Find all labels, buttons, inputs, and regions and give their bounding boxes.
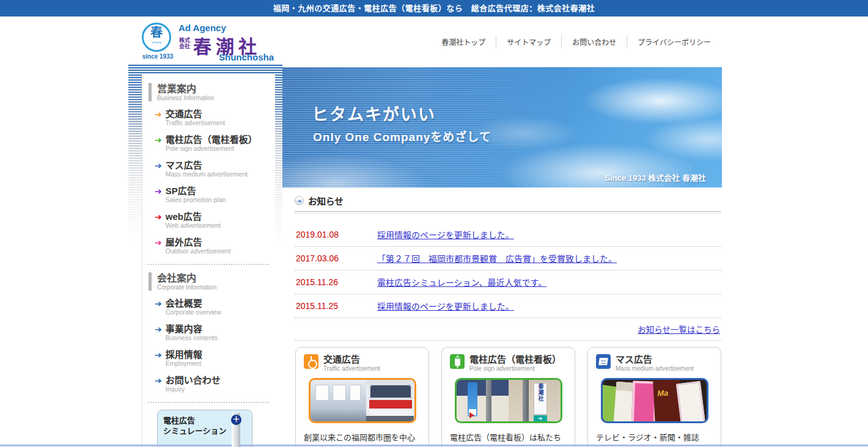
sidebar-item-inquiry[interactable]: ➔ お問い合わせ Inquiry [155,376,275,393]
card-header: 交通広告 Traffic advertisement [304,354,421,372]
news-link[interactable]: 電柱広告シミュレーション、最近人気です。 [377,276,546,288]
sidebar-item-mass[interactable]: ➔ マス広告 Mass medium advertisement [155,161,275,178]
service-cards: 交通広告 Traffic advertisement 創業以来この福岡都市圏を中… [295,347,721,447]
banner-title-line1: 電柱広告 [163,416,195,425]
news-date: 2015.11.26 [296,277,377,287]
pole-sign-photo: 春潮社 ➜ [455,378,562,423]
poster-graphic [350,385,361,401]
sidebar-menu: 営業案内 Business Information ➔ 交通広告 Traffic… [142,74,275,447]
news-link[interactable]: 採用情報のページを更新しました。 [377,300,514,312]
hero-subheadline: Only One Companyをめざして [313,128,491,144]
footer-accent-line [0,445,868,446]
card-text-line1: 電柱広告（電柱看板）は私たち [450,431,567,445]
news-date: 2017.03.06 [296,253,377,263]
section-title: 会社案内 [157,272,267,284]
poster-graphic [315,385,329,401]
item-sub: Business contents [166,334,218,342]
arrow-right-icon: ➔ [155,350,162,368]
news-link[interactable]: 採用情報のページを更新しました。 [377,228,514,241]
item-sub: Traffic advertisement [166,119,225,127]
logo-kk-line2: 会社 [179,43,190,49]
news-row: 2017.03.06 「第２７回 福岡市都市景観賞 広告賞」を受賞致しました。 [295,247,721,271]
news-header-rule [295,211,721,214]
bus-windshield-graphic [369,384,412,399]
card-subtitle: Pole sign advertisement [469,365,561,372]
company-logo[interactable]: 春 〰〰 since 1933 Ad Agency 株式 会社 春潮社 Shun… [141,21,293,60]
pole-sign-icon [450,354,465,369]
bus-red-stripe-graphic [369,400,412,409]
hero-banner: ヒタムキがいい Only One Companyをめざして Since 1933… [282,67,722,187]
section-title: 営業案内 [157,83,267,95]
utility-pole-graphic [523,380,529,421]
newspaper-icon [596,354,611,369]
card-header: 電柱広告（電柱看板） Pole sign advertisement [450,354,567,372]
item-sub: Outdoor advertisement [166,247,231,255]
hero-since-text: Since 1933 株式会社 春潮社 [605,172,706,183]
arrow-right-icon: ➔ [155,212,162,230]
news-row: 2015.11.26 電柱広告シミュレーション、最近人気です。 [295,271,721,294]
card-title: 交通広告 [323,354,380,365]
nav-sitemap-link[interactable]: サイトマップ [496,35,561,48]
sidebar-item-traffic[interactable]: ➔ 交通広告 Traffic advertisement [155,109,275,127]
blue-pole-sign-graphic [468,382,477,416]
item-sub: Pole sign advertisement [166,145,257,153]
item-label: 会社概要 [166,299,221,308]
item-sub: Web advertisement [166,222,221,230]
banner-title: 電柱広告 シミュレーション [163,415,226,436]
item-sub: Sales promotion plan [166,196,226,204]
magazine-graphic [675,381,705,423]
sidebar-item-web[interactable]: ➔ web広告 Web advertisement [155,212,275,230]
section-subtitle: Corporate Information [157,284,267,291]
logo-mark: 春 [144,24,169,40]
card-subtitle: Mass medium advertisement [616,365,694,372]
sidebar-item-outdoor[interactable]: ➔ 屋外広告 Outdoor advertisement [155,238,275,255]
logo-romaji-text: Shunchosha [219,52,274,62]
poster-graphic [333,385,346,401]
nav-home-link[interactable]: 春潮社トップ [431,35,496,48]
sidebar-item-polesign[interactable]: ➔ 電柱広告（電柱看板） Pole sign advertisement [155,135,275,153]
news-row: 2019.01.08 採用情報のページを更新しました。 [295,223,721,247]
item-sub: Corporate overview [166,308,221,316]
pole-photo-left-graphic [457,380,509,421]
circle-arrow-icon: ➔ [295,196,304,205]
pole-ad-simulation-banner[interactable]: 電柱広告 シミュレーション ＋ 電柱広告を 作ってみよう！ [157,410,252,447]
banner-title-line2: シミュレーション [163,426,226,435]
header-nav: 春潮社トップ サイトマップ お問い合わせ プライバシーポリシー [431,35,721,48]
traffic-ad-photo [309,378,416,423]
card-title: マス広告 [616,354,694,365]
arrow-right-icon: ➔ [155,376,162,393]
item-label: お問い合わせ [166,376,221,385]
road-graphic [366,416,414,421]
item-label: 採用情報 [166,350,202,360]
item-sub: Inquiry [166,385,221,393]
item-sub: Mass medium advertisement [166,170,248,178]
card-title: 電柱広告（電柱看板） [469,354,561,365]
arrow-right-icon: ➔ [155,186,162,204]
logo-since-text: since 1933 [138,53,177,60]
news-more-row: お知らせ一覧はこちら [295,318,721,341]
sign-company-text: 春潮社 [534,383,548,402]
train-strap-icon [304,354,318,369]
sidebar-item-business-contents[interactable]: ➔ 事業内容 Business contents [155,324,275,342]
news-list: 2019.01.08 採用情報のページを更新しました。 2017.03.06 「… [295,223,721,341]
site-header: 春 〰〰 since 1933 Ad Agency 株式 会社 春潮社 Shun… [0,16,868,64]
news-link[interactable]: 「第２７回 福岡市都市景観賞 広告賞」を受賞致しました。 [377,252,617,264]
sidebar-item-sp[interactable]: ➔ SP広告 Sales promotion plan [155,186,275,204]
item-label: 事業内容 [166,324,218,334]
item-label: 交通広告 [166,109,225,119]
news-list-more-link[interactable]: お知らせ一覧はこちら [638,325,720,335]
card-mass-media-ad[interactable]: マス広告 Mass medium advertisement Ma テレビ・ラジ… [587,347,721,447]
arrow-right-icon: ➔ [155,109,162,127]
card-subtitle: Traffic advertisement [323,365,380,372]
news-date: 2019.01.08 [296,230,377,239]
card-traffic-ad[interactable]: 交通広告 Traffic advertisement 創業以来この福岡都市圏を中… [295,347,429,447]
sidebar-item-employment[interactable]: ➔ 採用情報 Employment [155,350,275,368]
card-pole-sign-ad[interactable]: 電柱広告（電柱看板） Pole sign advertisement 春潮社 ➜… [441,347,575,447]
item-label: SP広告 [166,186,226,196]
sidebar-item-overview[interactable]: ➔ 会社概要 Corporate overview [155,299,275,316]
utility-pole-graphic [486,380,491,421]
nav-contact-link[interactable]: お問い合わせ [561,35,627,48]
hero-headline: ヒタムキがいい [312,101,436,125]
nav-privacy-link[interactable]: プライバシーポリシー [627,35,721,48]
news-date: 2015.11.25 [296,301,377,311]
